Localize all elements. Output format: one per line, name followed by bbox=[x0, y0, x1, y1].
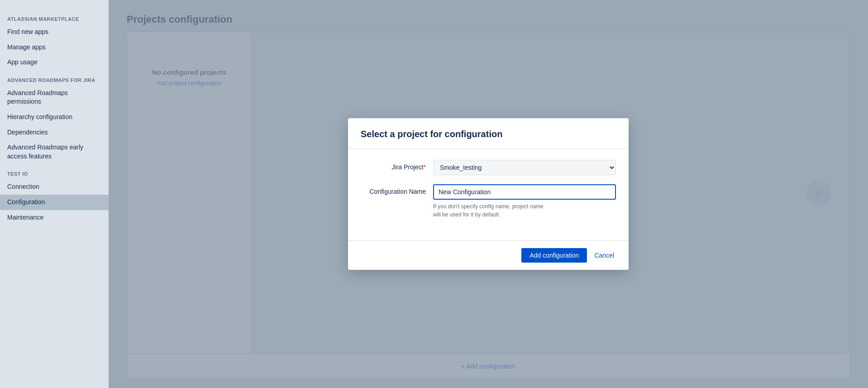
sidebar-item-app-usage[interactable]: App usage bbox=[0, 55, 109, 70]
config-name-control: If you don't specify config name, projec… bbox=[433, 184, 616, 219]
cancel-button[interactable]: Cancel bbox=[592, 248, 616, 263]
sidebar-item-configuration[interactable]: Configuration bbox=[0, 195, 109, 210]
sidebar-item-manage-apps[interactable]: Manage apps bbox=[0, 40, 109, 55]
sidebar-item-dependencies[interactable]: Dependencies bbox=[0, 125, 109, 140]
add-configuration-button[interactable]: Add configuration bbox=[521, 248, 587, 263]
config-name-row: Configuration Name If you don't specify … bbox=[361, 184, 616, 219]
modal-body: Jira Project* Smoke_testingProject Alpha… bbox=[348, 149, 629, 240]
sidebar-item-advanced-roadmaps-permissions[interactable]: Advanced Roadmaps permissions bbox=[0, 86, 109, 110]
sidebar: ATLASSIAN MARKETPLACEFind new appsManage… bbox=[0, 0, 109, 388]
sidebar-item-find-new-apps[interactable]: Find new apps bbox=[0, 24, 109, 40]
jira-project-select[interactable]: Smoke_testingProject AlphaProject Beta bbox=[433, 160, 616, 175]
config-name-input[interactable] bbox=[433, 184, 616, 200]
sidebar-item-hierarchy-configuration[interactable]: Hierarchy configuration bbox=[0, 110, 109, 125]
sidebar-item-maintenance[interactable]: Maintenance bbox=[0, 210, 109, 225]
main-content-area: Projects configuration No configured pro… bbox=[109, 0, 868, 388]
jira-project-control: Smoke_testingProject AlphaProject Beta bbox=[433, 160, 616, 175]
sidebar-section-label: ADVANCED ROADMAPS FOR JIRA bbox=[0, 70, 109, 86]
jira-project-row: Jira Project* Smoke_testingProject Alpha… bbox=[361, 160, 616, 175]
modal-title: Select a project for configuration bbox=[361, 129, 616, 139]
modal-header: Select a project for configuration bbox=[348, 118, 629, 149]
sidebar-section-label: ATLASSIAN MARKETPLACE bbox=[0, 9, 109, 24]
config-name-label: Configuration Name bbox=[361, 184, 433, 195]
required-star: * bbox=[424, 163, 426, 171]
modal: Select a project for configuration Jira … bbox=[348, 118, 629, 270]
jira-project-label: Jira Project* bbox=[361, 160, 433, 171]
config-name-hint: If you don't specify config name, projec… bbox=[433, 202, 616, 219]
sidebar-item-connection[interactable]: Connection bbox=[0, 179, 109, 195]
modal-footer: Add configuration Cancel bbox=[348, 240, 629, 270]
sidebar-item-advanced-roadmaps-early-access[interactable]: Advanced Roadmaps early access features bbox=[0, 140, 109, 164]
sidebar-section-label: TEST IO bbox=[0, 164, 109, 179]
modal-overlay: Select a project for configuration Jira … bbox=[109, 0, 868, 388]
